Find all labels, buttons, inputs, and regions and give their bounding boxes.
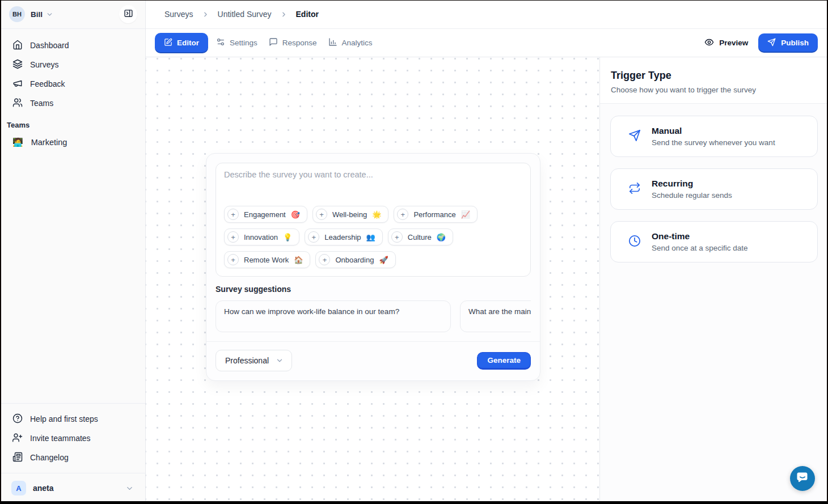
sidebar-item-dashboard[interactable]: Dashboard xyxy=(7,36,138,55)
chip-label: Engagement xyxy=(244,210,286,219)
plus-icon: + xyxy=(227,231,239,243)
breadcrumb-untitled-survey[interactable]: Untitled Survey xyxy=(218,10,272,19)
survey-suggestions-title: Survey suggestions xyxy=(216,285,531,294)
tone-value: Professional xyxy=(225,356,269,365)
sidebar-team-marketing[interactable]: 🧑‍💻 Marketing xyxy=(7,133,138,152)
trigger-options: Manual Send the survey whenever you want… xyxy=(600,104,828,274)
house-emoji-icon: 🏠 xyxy=(294,256,303,264)
generate-button[interactable]: Generate xyxy=(477,352,531,370)
tab-analytics[interactable]: Analytics xyxy=(323,33,378,53)
tab-label: Analytics xyxy=(342,39,373,47)
suggestion-list: How can we improve work-life balance in … xyxy=(216,300,531,332)
chip-label: Innovation xyxy=(244,233,278,242)
publish-button[interactable]: Publish xyxy=(758,33,818,53)
prompt-box: +Engagement🎯 +Well-being🌟 +Performance📈 … xyxy=(216,163,531,277)
sidebar-spacer xyxy=(0,152,145,403)
trigger-option-title: One-time xyxy=(652,231,748,242)
topic-chip-culture[interactable]: +Culture🌍 xyxy=(388,228,453,245)
newspaper-icon xyxy=(12,452,23,464)
user-menu[interactable]: A aneta xyxy=(7,478,138,498)
star-emoji-icon: 🌟 xyxy=(372,210,381,219)
tab-label: Settings xyxy=(230,39,257,47)
tone-select[interactable]: Professional xyxy=(216,350,292,371)
editor-canvas[interactable]: +Engagement🎯 +Well-being🌟 +Performance📈 … xyxy=(146,57,599,504)
tab-label: Response xyxy=(282,39,317,47)
tab-label: Editor xyxy=(177,39,199,47)
panel-toggle-icon xyxy=(124,9,133,20)
trigger-type-panel: Trigger Type Choose how you want to trig… xyxy=(599,57,828,504)
tab-settings[interactable]: Settings xyxy=(210,33,263,53)
tab-editor[interactable]: Editor xyxy=(155,33,208,53)
square-pen-icon xyxy=(164,38,172,48)
send-icon xyxy=(767,38,776,48)
suggestion-card[interactable]: What are the main ob xyxy=(460,300,531,332)
clock-icon xyxy=(628,235,641,249)
trigger-option-manual[interactable]: Manual Send the survey whenever you want xyxy=(610,116,818,157)
topic-chip-engagement[interactable]: +Engagement🎯 xyxy=(224,206,307,223)
message-square-icon xyxy=(269,37,278,48)
chevron-right-icon xyxy=(280,11,288,18)
repeat-icon xyxy=(628,182,641,197)
user-plus-icon xyxy=(12,433,23,444)
rocket-emoji-icon: 🚀 xyxy=(379,256,388,264)
topic-chip-well-being[interactable]: +Well-being🌟 xyxy=(312,206,388,223)
preview-label: Preview xyxy=(719,39,748,47)
send-icon xyxy=(628,129,641,144)
workspace-name: Bill xyxy=(31,10,43,19)
suggestion-card[interactable]: How can we improve work-life balance in … xyxy=(216,300,451,332)
sidebar-item-help[interactable]: Help and first steps xyxy=(7,409,138,429)
chat-bubble-icon xyxy=(796,471,809,486)
trigger-option-description: Schedule regular sends xyxy=(652,191,732,200)
preview-button[interactable]: Preview xyxy=(704,37,748,49)
plus-icon: + xyxy=(227,254,239,265)
trigger-option-text: Recurring Schedule regular sends xyxy=(652,179,732,200)
sidebar-item-feedback[interactable]: Feedback xyxy=(7,74,138,94)
chevron-down-icon xyxy=(276,357,284,365)
trigger-panel-header: Trigger Type Choose how you want to trig… xyxy=(600,57,828,104)
sidebar-item-changelog[interactable]: Changelog xyxy=(7,448,138,467)
topic-chip-leadership[interactable]: +Leadership👥 xyxy=(305,228,383,245)
tab-response[interactable]: Response xyxy=(263,33,323,53)
bar-chart-icon xyxy=(328,37,337,48)
trigger-option-text: Manual Send the survey whenever you want xyxy=(652,126,775,147)
users-icon xyxy=(12,98,23,109)
chart-emoji-icon: 📈 xyxy=(461,210,470,219)
composer-footer: Professional Generate xyxy=(206,341,540,380)
content-row: +Engagement🎯 +Well-being🌟 +Performance📈 … xyxy=(146,57,828,504)
busts-emoji-icon: 👥 xyxy=(366,233,375,242)
topic-chip-remote-work[interactable]: +Remote Work🏠 xyxy=(224,251,310,268)
sidebar-item-invite[interactable]: Invite teammates xyxy=(7,429,138,448)
topic-chip-onboarding[interactable]: +Onboarding🚀 xyxy=(315,251,395,268)
breadcrumb: Surveys Untitled Survey Editor xyxy=(146,0,828,29)
sidebar-item-teams[interactable]: Teams xyxy=(7,94,138,113)
team-name: Marketing xyxy=(31,138,67,147)
user-avatar: A xyxy=(11,481,26,495)
teams-section-label: Teams xyxy=(0,113,145,133)
topic-chip-performance[interactable]: +Performance📈 xyxy=(394,206,478,223)
breadcrumb-surveys[interactable]: Surveys xyxy=(164,10,193,19)
sidebar-item-label: Changelog xyxy=(30,453,69,462)
editor-toolbar: Editor Settings Response Analytics Previ… xyxy=(146,29,828,57)
topic-chip-innovation[interactable]: +Innovation💡 xyxy=(224,228,299,245)
megaphone-icon xyxy=(12,78,23,90)
trigger-option-recurring[interactable]: Recurring Schedule regular sends xyxy=(610,168,818,210)
topic-chips: +Engagement🎯 +Well-being🌟 +Performance📈 … xyxy=(224,206,522,268)
globe-emoji-icon: 🌍 xyxy=(437,233,446,242)
sidebar-collapse-button[interactable] xyxy=(119,5,137,23)
survey-description-input[interactable] xyxy=(224,170,522,206)
trigger-option-one-time[interactable]: One-time Send once at a specific date xyxy=(610,221,818,262)
sidebar-item-label: Surveys xyxy=(30,60,59,69)
help-circle-icon xyxy=(12,413,23,425)
plus-icon: + xyxy=(227,209,239,220)
sidebar-item-label: Teams xyxy=(30,99,53,108)
workspace-avatar: BH xyxy=(9,6,25,22)
sidebar-item-surveys[interactable]: Surveys xyxy=(7,55,138,74)
sidebar-item-label: Invite teammates xyxy=(30,434,91,443)
chip-label: Leadership xyxy=(324,233,361,242)
chip-label: Well-being xyxy=(332,210,367,219)
workspace-switcher[interactable]: BH Bill xyxy=(0,0,145,29)
chip-label: Onboarding xyxy=(335,256,374,264)
plus-icon: + xyxy=(397,209,408,220)
sliders-icon xyxy=(216,37,225,48)
chat-launcher-button[interactable] xyxy=(790,466,815,491)
